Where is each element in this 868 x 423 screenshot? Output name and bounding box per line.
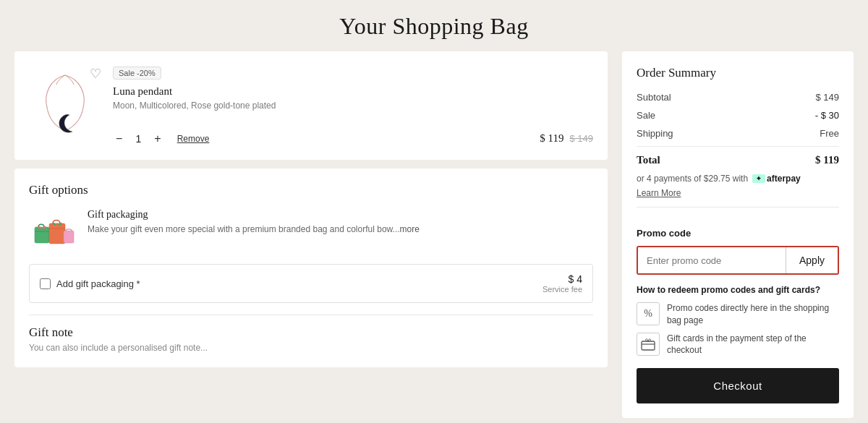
afterpay-logo: ✦ afterpay xyxy=(752,174,801,184)
gift-card-icon xyxy=(637,333,660,356)
gift-packaging-label: Gift packaging xyxy=(88,209,593,221)
item-details: Sale -20% Luna pendant Moon, Multicolore… xyxy=(113,67,593,145)
promo-redeem-text: Promo codes directly here in the shoppin… xyxy=(667,302,839,327)
svg-rect-4 xyxy=(35,227,49,243)
svg-rect-8 xyxy=(64,231,74,243)
shipping-row: Shipping Free xyxy=(637,128,839,139)
sale-label: Sale xyxy=(637,110,655,121)
order-summary-card: Order Summary Subtotal $ 149 Sale - $ 30… xyxy=(622,51,854,418)
promo-code-input[interactable] xyxy=(638,247,786,273)
svg-point-0 xyxy=(70,119,72,121)
remove-link[interactable]: Remove xyxy=(177,134,210,144)
main-content: ♡ xyxy=(0,51,868,423)
gift-bags-image xyxy=(29,209,76,252)
gift-text-area: Gift packaging Make your gift even more … xyxy=(88,209,593,236)
promo-section: Promo code Apply How to redeem promo cod… xyxy=(637,218,839,356)
item-image-area: ♡ xyxy=(29,66,101,145)
checkout-button[interactable]: Checkout xyxy=(637,368,839,403)
apply-button[interactable]: Apply xyxy=(786,247,838,273)
sale-row: Sale - $ 30 xyxy=(637,110,839,121)
right-panel: Order Summary Subtotal $ 149 Sale - $ 30… xyxy=(622,51,854,418)
quantity-increase-button[interactable]: + xyxy=(151,132,163,145)
gift-packaging-checkbox[interactable] xyxy=(40,278,51,289)
shipping-value: Free xyxy=(820,128,839,139)
cart-item-card: ♡ xyxy=(14,51,608,160)
gift-fee-label: Service fee xyxy=(542,285,582,294)
svg-point-2 xyxy=(72,127,73,128)
promo-redeem-item: % Promo codes directly here in the shopp… xyxy=(637,302,839,327)
sale-value: - $ 30 xyxy=(815,110,839,121)
gift-add-row: Add gift packaging * $ 4 Service fee xyxy=(29,264,593,303)
afterpay-icon: ✦ xyxy=(752,174,765,183)
page-title: Your Shopping Bag xyxy=(0,13,868,40)
afterpay-text: or 4 payments of $29.75 with xyxy=(637,174,748,184)
learn-more-link[interactable]: Learn More xyxy=(637,188,681,198)
promo-input-row: Apply xyxy=(637,246,839,275)
item-description: Moon, Multicolored, Rose gold-tone plate… xyxy=(113,101,593,111)
gift-options-title: Gift options xyxy=(29,183,593,197)
gift-packaging-description: Make your gift even more special with a … xyxy=(88,223,593,236)
gift-fee-area: $ 4 Service fee xyxy=(542,273,582,294)
svg-point-1 xyxy=(68,125,69,127)
left-panel: ♡ xyxy=(14,51,608,418)
gift-fee-amount: $ 4 xyxy=(542,273,582,285)
item-price-area: $ 119 $ 149 xyxy=(540,132,593,145)
shipping-label: Shipping xyxy=(637,128,673,139)
total-label: Total xyxy=(637,154,660,166)
price-current: $ 119 xyxy=(540,132,563,145)
svg-rect-9 xyxy=(642,341,655,350)
redeem-title: How to redeem promo codes and gift cards… xyxy=(637,285,839,295)
afterpay-row: or 4 payments of $29.75 with ✦ afterpay … xyxy=(637,174,839,208)
item-actions: − 1 + Remove $ 119 $ 149 xyxy=(113,132,593,145)
promo-label: Promo code xyxy=(637,228,839,239)
total-row: Total $ 119 xyxy=(637,146,839,166)
order-summary-title: Order Summary xyxy=(637,66,839,80)
subtotal-label: Subtotal xyxy=(637,92,671,103)
gift-note-subtitle: You can also include a personalised gift… xyxy=(29,343,593,353)
gift-packaging-row: Gift packaging Make your gift even more … xyxy=(29,209,593,252)
product-image xyxy=(36,72,94,140)
quantity-control: − 1 + xyxy=(113,132,164,145)
gift-add-label: Add gift packaging * xyxy=(56,278,140,289)
page-header: Your Shopping Bag xyxy=(0,0,868,51)
gift-options-card: Gift options xyxy=(14,168,608,367)
subtotal-row: Subtotal $ 149 xyxy=(637,92,839,103)
wishlist-icon[interactable]: ♡ xyxy=(90,66,101,82)
quantity-decrease-button[interactable]: − xyxy=(113,132,125,145)
gift-note-title: Gift note xyxy=(29,325,593,340)
svg-point-3 xyxy=(67,119,68,120)
giftcard-redeem-text: Gift cards in the payment step of the ch… xyxy=(667,333,839,357)
gift-more-link[interactable]: more xyxy=(400,224,420,234)
item-name: Luna pendant xyxy=(113,85,593,98)
sale-badge: Sale -20% xyxy=(113,67,161,80)
price-original: $ 149 xyxy=(569,133,593,144)
promo-code-icon: % xyxy=(637,302,660,325)
quantity-value: 1 xyxy=(132,133,144,145)
subtotal-value: $ 149 xyxy=(815,92,839,103)
gift-checkbox-area: Add gift packaging * xyxy=(40,278,140,289)
giftcard-redeem-item: Gift cards in the payment step of the ch… xyxy=(637,333,839,357)
gift-note-section: Gift note You can also include a persona… xyxy=(29,315,593,353)
total-value: $ 119 xyxy=(815,154,839,166)
svg-rect-6 xyxy=(49,223,65,244)
